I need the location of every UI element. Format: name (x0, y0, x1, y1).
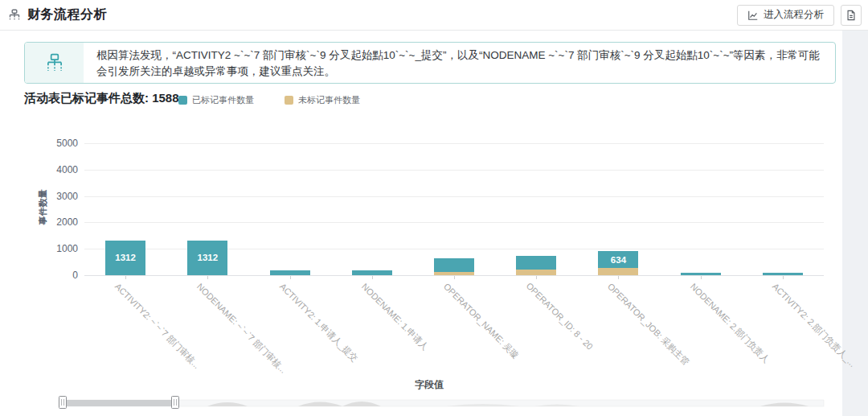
y-axis-tick-label: 3000 (20, 190, 78, 203)
bar-segment-marked[interactable] (434, 258, 474, 272)
gridline (84, 196, 824, 197)
bar-segment-marked[interactable] (681, 273, 721, 275)
enter-process-analysis-button[interactable]: 进入流程分析 (737, 5, 834, 26)
bar-value-label: 634 (598, 251, 638, 268)
x-axis-category-label: NODENAME: 2.部门负责人 (687, 281, 772, 365)
x-axis-category-label: OPERATOR_NAME: 吴璇 (440, 281, 521, 361)
y-axis-tick-label: 5000 (20, 137, 78, 150)
x-axis-tick (372, 276, 373, 279)
x-axis-category-label: OPERATOR_ID: 8 - 20 (525, 281, 596, 352)
x-axis-category-label: ACTIVITY2: 1.申请人_提交 (276, 281, 360, 365)
x-axis-tick (536, 276, 537, 279)
bar-segment-marked[interactable] (763, 273, 803, 275)
x-axis-tick (618, 276, 619, 279)
x-axis-tick (701, 276, 702, 279)
datazoom-selected-range[interactable] (63, 400, 175, 406)
y-axis-tick-label: 0 (20, 269, 78, 282)
x-axis-tick (125, 276, 126, 279)
x-axis-tick (207, 276, 208, 279)
x-axis-category-label: ACTIVITY2: ~`~`7 部门审核... (113, 281, 203, 372)
page: 财务流程分析 进入流程分析 (0, 0, 868, 416)
bar-segment-marked[interactable] (270, 270, 310, 275)
x-axis-tick (290, 276, 291, 279)
x-axis-tick (783, 276, 784, 279)
gridline (84, 143, 824, 144)
bar-value-label: 1312 (187, 241, 227, 275)
bar-segment-marked[interactable] (516, 256, 556, 270)
bar-segment-marked[interactable] (352, 270, 392, 275)
y-axis-tick-label: 4000 (20, 163, 78, 176)
bar-segment-unmarked[interactable] (598, 268, 638, 275)
bar-chart: 0100020003000400050001312ACTIVITY2: ~`~`… (0, 0, 868, 416)
datazoom-left-handle[interactable] (59, 397, 67, 409)
bar-segment-unmarked[interactable] (434, 272, 474, 275)
line-chart-icon (747, 10, 759, 21)
gridline (84, 170, 824, 171)
bar-segment-unmarked[interactable] (516, 270, 556, 275)
x-axis-category-label: NODENAME: ~`~`7 部门审核... (194, 281, 289, 376)
bar-value-label: 1312 (105, 241, 145, 275)
y-axis-tick-label: 2000 (20, 216, 78, 229)
x-axis-title: 字段值 (402, 378, 457, 392)
x-axis-category-label: ACTIVITY2: 2.部门负责人_... (769, 281, 858, 369)
page-header: 财务流程分析 进入流程分析 (0, 0, 868, 31)
datazoom-slider[interactable] (55, 393, 826, 413)
header-actions: 进入流程分析 (737, 5, 862, 26)
x-axis-category-label: OPERATOR_JOB: 采购主管 (605, 281, 692, 368)
datazoom-right-handle[interactable] (172, 397, 179, 409)
y-axis-title: 事件数量 (37, 190, 49, 225)
flowchart-icon (8, 9, 21, 22)
document-icon (845, 10, 857, 21)
x-axis-tick (454, 276, 455, 279)
report-document-button[interactable] (841, 5, 862, 26)
enter-process-analysis-label: 进入流程分析 (764, 8, 824, 22)
page-title: 财务流程分析 (27, 6, 107, 23)
y-axis-tick-label: 1000 (20, 242, 78, 255)
gridline (84, 222, 824, 223)
x-axis-category-label: NODENAME: 1.申请人 (358, 281, 431, 353)
